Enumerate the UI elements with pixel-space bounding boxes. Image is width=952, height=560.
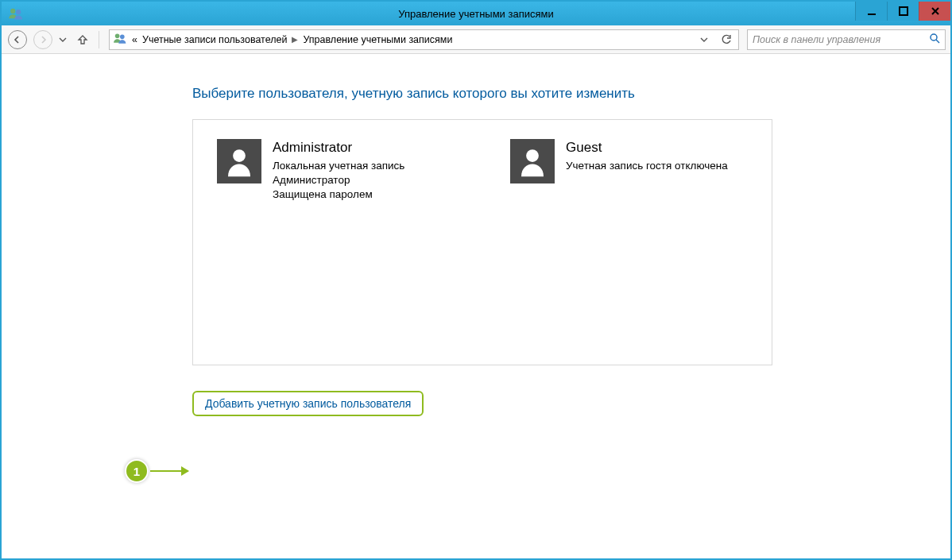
content: Выберите пользователя, учетную запись ко… xyxy=(2,54,950,558)
svg-point-4 xyxy=(115,33,120,38)
user-role: Администратор xyxy=(273,173,404,187)
user-item-administrator[interactable]: Administrator Локальная учетная запись А… xyxy=(217,139,455,346)
chevron-right-icon: ▶ xyxy=(292,35,298,44)
user-password-status: Защищена паролем xyxy=(273,187,404,202)
navbar-separator xyxy=(99,31,99,48)
svg-point-8 xyxy=(526,149,539,162)
add-user-row: Добавить учетную запись пользователя xyxy=(192,391,772,416)
svg-point-6 xyxy=(931,34,937,41)
user-status: Учетная запись гостя отключена xyxy=(566,159,728,173)
page-heading: Выберите пользователя, учетную запись ко… xyxy=(192,86,772,102)
up-button[interactable] xyxy=(72,29,94,51)
window-controls xyxy=(855,2,950,25)
app-icon xyxy=(8,6,24,21)
user-info: Administrator Локальная учетная запись А… xyxy=(273,139,404,346)
svg-rect-3 xyxy=(900,7,907,15)
breadcrumb-prefix: « xyxy=(132,34,137,45)
users-list: Administrator Локальная учетная запись А… xyxy=(192,119,772,365)
svg-point-0 xyxy=(10,9,15,14)
back-button[interactable] xyxy=(6,29,29,51)
navbar: « Учетные записи пользователей ▶ Управле… xyxy=(2,25,950,54)
content-inner: Выберите пользователя, учетную запись ко… xyxy=(192,86,772,416)
avatar-icon xyxy=(510,139,555,183)
svg-point-5 xyxy=(120,35,125,40)
user-item-guest[interactable]: Guest Учетная запись гостя отключена xyxy=(510,139,748,346)
maximize-button[interactable] xyxy=(887,2,919,21)
breadcrumb-manage[interactable]: Управление учетными записями xyxy=(303,34,452,45)
refresh-button[interactable] xyxy=(718,31,735,48)
user-type: Локальная учетная запись xyxy=(273,159,404,173)
svg-point-1 xyxy=(16,10,21,14)
search-box[interactable] xyxy=(747,29,946,50)
add-user-link[interactable]: Добавить учетную запись пользователя xyxy=(192,391,424,416)
window: Управление учетными записями xyxy=(0,0,952,560)
user-info: Guest Учетная запись гостя отключена xyxy=(566,139,728,346)
search-input[interactable] xyxy=(753,34,929,45)
titlebar: Управление учетными записями xyxy=(2,2,950,25)
address-dropdown[interactable] xyxy=(695,31,713,48)
forward-button[interactable] xyxy=(32,29,54,51)
users-icon xyxy=(113,31,127,48)
avatar-icon xyxy=(217,139,261,183)
svg-point-7 xyxy=(233,149,246,162)
address-bar[interactable]: « Учетные записи пользователей ▶ Управле… xyxy=(109,29,739,50)
history-dropdown[interactable] xyxy=(57,29,68,51)
callout-badge: 1 xyxy=(125,459,149,483)
close-button[interactable] xyxy=(919,2,950,21)
svg-rect-2 xyxy=(868,14,876,15)
user-name: Guest xyxy=(566,139,728,157)
breadcrumb-users[interactable]: Учетные записи пользователей xyxy=(142,34,288,45)
user-name: Administrator xyxy=(273,139,404,157)
callout-arrow xyxy=(150,470,188,472)
search-icon[interactable] xyxy=(929,33,940,46)
window-title: Управление учетными записями xyxy=(2,8,950,20)
minimize-button[interactable] xyxy=(855,2,887,21)
